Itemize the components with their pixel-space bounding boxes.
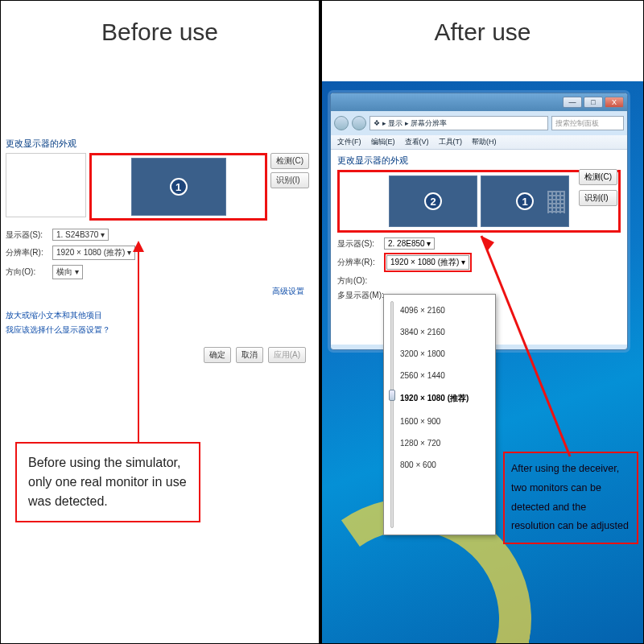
orientation-label: 方向(O):: [337, 275, 379, 287]
resolution-label: 分辨率(R):: [6, 247, 47, 258]
ok-button[interactable]: 确定: [204, 347, 231, 363]
svg-line-0: [481, 236, 570, 456]
heading-after: After use: [322, 1, 643, 54]
preview-blank: [6, 153, 86, 217]
apply-button[interactable]: 应用(A): [268, 347, 306, 363]
menu-bar: 文件(F) 编辑(E) 查看(V) 工具(T) 帮助(H): [331, 135, 627, 150]
menu-view[interactable]: 查看(V): [405, 137, 429, 147]
display-label: 显示器(S):: [6, 229, 47, 241]
window-titlebar[interactable]: — □ X: [331, 93, 627, 111]
after-callout: After using the deceiver, two monitors c…: [503, 452, 638, 544]
detect-button[interactable]: 检测(C): [270, 153, 309, 169]
menu-help[interactable]: 帮助(H): [472, 137, 497, 147]
keypad-grid-icon: [547, 191, 565, 213]
identify-button[interactable]: 识别(I): [270, 172, 309, 188]
display-select[interactable]: 2. 28E850 ▾: [384, 237, 435, 250]
help-link[interactable]: 我应该选择什么显示器设置？: [6, 323, 314, 337]
menu-tools[interactable]: 工具(T): [439, 137, 463, 147]
display-select[interactable]: 1. S24B370 ▾: [52, 229, 109, 241]
nav-back-icon[interactable]: [334, 116, 349, 130]
orientation-select[interactable]: 横向 ▾: [52, 265, 83, 279]
slider-track: [390, 301, 394, 528]
cancel-button[interactable]: 取消: [236, 347, 263, 363]
monitor-2-preview[interactable]: 2: [389, 175, 477, 227]
advanced-settings-link[interactable]: 高级设置: [1, 284, 314, 297]
display-settings-before: 更改显示器的外观 1 检测(C) 识别(I) 显示器(S): 1. S24B37…: [1, 138, 314, 363]
window-body-title: 更改显示器的外观: [337, 155, 621, 167]
maximize-button[interactable]: □: [584, 97, 603, 108]
monitor-1-preview[interactable]: 1: [131, 158, 226, 216]
detect-button[interactable]: 检测(C): [579, 169, 617, 185]
breadcrumb[interactable]: ❖ ▸ 显示 ▸ 屏幕分辨率: [369, 116, 548, 130]
close-button[interactable]: X: [605, 97, 624, 108]
text-size-link[interactable]: 放大或缩小文本和其他项目: [6, 308, 314, 323]
slider-thumb[interactable]: [389, 390, 395, 401]
nav-forward-icon[interactable]: [352, 116, 366, 130]
resolution-select[interactable]: 1920 × 1080 (推荐) ▾: [52, 246, 135, 260]
monitor-number-badge: 1: [516, 192, 534, 210]
orientation-label: 方向(O):: [6, 266, 47, 278]
panel-title: 更改显示器的外观: [6, 138, 314, 150]
monitor-number-badge: 1: [170, 178, 188, 196]
menu-file[interactable]: 文件(F): [337, 137, 361, 147]
menu-edit[interactable]: 编辑(E): [371, 137, 395, 147]
resolution-label: 分辨率(R):: [337, 257, 379, 268]
callout-arrow-icon: [138, 242, 139, 442]
callout-arrow-icon: [481, 236, 570, 237]
monitor-highlight-box: 1: [89, 153, 267, 221]
windows-desktop: — □ X ❖ ▸ 显示 ▸ 屏幕分辨率 搜索控制面板 文件(F) 编辑(E) …: [322, 81, 643, 643]
heading-before: Before use: [1, 1, 319, 54]
minimize-button[interactable]: —: [563, 97, 582, 108]
identify-button[interactable]: 识别(I): [579, 190, 617, 206]
monitor-1-preview[interactable]: 1: [481, 175, 569, 227]
display-label: 显示器(S):: [337, 238, 379, 250]
search-input[interactable]: 搜索控制面板: [551, 116, 624, 130]
monitor-number-badge: 2: [424, 192, 442, 210]
before-callout: Before using the simulator, only one rea…: [15, 442, 200, 522]
